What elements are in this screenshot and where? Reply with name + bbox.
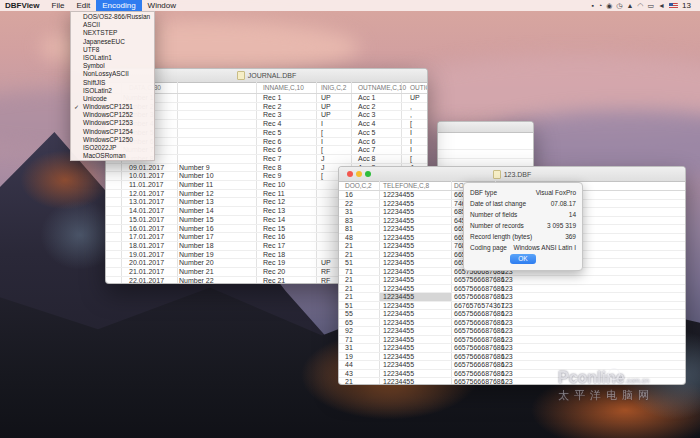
table-cell[interactable]: 123: [501, 378, 513, 385]
info-field: Coding pageWindows ANSI Latin I: [470, 242, 576, 254]
encoding-item-macosroman[interactable]: MacOSRoman: [71, 152, 154, 160]
menu-edit[interactable]: Edit: [70, 0, 96, 11]
document-icon: [493, 170, 501, 179]
column-header[interactable]: TELEFONE,C,8: [383, 181, 429, 190]
column-header[interactable]: INNAME,C,10: [263, 82, 304, 93]
table-cell[interactable]: 21: [345, 378, 353, 385]
menu-bar-status: ▪◔◉◷▲◠▭◄ 13: [591, 0, 700, 11]
encoding-item-isolatin1[interactable]: ISOLatin1: [71, 54, 154, 62]
menu-dbfview[interactable]: DBFView: [0, 0, 46, 11]
row-divider: [438, 158, 533, 159]
column-divider: [451, 181, 452, 384]
encoding-item-ascii[interactable]: ASCII: [71, 21, 154, 29]
checkmark-icon: ✓: [74, 103, 79, 111]
encoding-item-windowscp1252[interactable]: WindowsCP1252: [71, 111, 154, 119]
column-header[interactable]: DOO,C,2: [345, 181, 372, 190]
menu-bar: DBFViewFileEditEncodingWindow ▪◔◉◷▲◠▭◄ 1…: [0, 0, 700, 11]
encoding-item-windowscp1250[interactable]: WindowsCP1250: [71, 136, 154, 144]
encoding-item-shiftjis[interactable]: ShiftJIS: [71, 79, 154, 87]
menu-bar-apps: DBFViewFileEditEncodingWindow: [0, 0, 182, 11]
display-icon[interactable]: ▭: [647, 0, 654, 11]
column-header[interactable]: OUTIO,C: [410, 82, 428, 93]
journal-window-title: JOURNAL.DBF: [248, 72, 297, 79]
menu-file[interactable]: File: [46, 0, 71, 11]
column-divider: [256, 82, 257, 283]
timer-icon[interactable]: ◷: [616, 0, 622, 11]
encoding-item-utf8[interactable]: UTF8: [71, 46, 154, 54]
app-icon[interactable]: ▪: [591, 0, 593, 11]
menubar-clock[interactable]: 13: [682, 1, 700, 10]
table-cell[interactable]: 22.01.2017: [129, 277, 164, 284]
column-divider: [177, 82, 178, 283]
dbf-window-title: 123.DBF: [504, 171, 532, 178]
encoding-item-symbol[interactable]: Symbol: [71, 62, 154, 70]
menu-window[interactable]: Window: [142, 0, 182, 11]
info-field-label: Coding page: [470, 242, 507, 254]
table-cell[interactable]: Number 22: [179, 277, 214, 284]
background-window-titlebar[interactable]: [438, 122, 533, 133]
dbf-window: 123.DBF DOO,C,2TELEFONE,C,8DOC1612234455…: [338, 166, 686, 385]
encoding-item-iso2022jp[interactable]: ISO2022JP: [71, 144, 154, 152]
close-button[interactable]: [347, 171, 353, 177]
wifi-icon[interactable]: ◠: [637, 0, 643, 11]
table-cell[interactable]: 6657566687686: [454, 378, 505, 385]
ok-button[interactable]: OK: [510, 254, 536, 264]
flag-icon[interactable]: [669, 3, 678, 9]
table-cell[interactable]: RF: [321, 277, 330, 284]
menu-encoding[interactable]: Encoding: [96, 0, 141, 11]
encoding-item-nonlossyascii[interactable]: NonLossyASCII: [71, 70, 154, 78]
encoding-item-dos/os2-866/russian[interactable]: DOS/OS2-866/Russian: [71, 13, 154, 21]
sync-icon[interactable]: ◔: [598, 0, 602, 11]
dbf-titlebar[interactable]: 123.DBF: [339, 167, 685, 182]
column-header[interactable]: INIG,C,2: [321, 82, 346, 93]
encoding-item-isolatin2[interactable]: ISOLatin2: [71, 87, 154, 95]
row-divider: [438, 149, 533, 150]
encoding-item-windowscp1253[interactable]: WindowsCP1253: [71, 119, 154, 127]
encoding-item-windowscp1251[interactable]: ✓WindowsCP1251: [71, 103, 154, 111]
document-icon: [237, 71, 245, 80]
encoding-menu: DOS/OS2-866/RussianASCIINEXTSTEPJapanese…: [70, 11, 155, 161]
desktop: JOURNAL.DBF DATA,C,30INNAME,C,10INIG,C,2…: [0, 0, 700, 438]
encoding-item-unicode[interactable]: Unicode: [71, 95, 154, 103]
zoom-button[interactable]: [365, 171, 371, 177]
minimize-button[interactable]: [356, 171, 362, 177]
encoding-item-nextstep[interactable]: NEXTSTEP: [71, 29, 154, 37]
info-field-value: Windows ANSI Latin I: [514, 242, 577, 254]
dbf-info-popover: DBF typeVisual FoxProDate of last change…: [463, 182, 583, 271]
volume-icon[interactable]: ◄: [658, 0, 665, 11]
record-icon[interactable]: ◉: [606, 0, 612, 11]
column-divider: [316, 82, 317, 283]
column-header[interactable]: OUTNAME,C,10: [358, 82, 406, 93]
eject-icon[interactable]: ▲: [626, 0, 633, 11]
column-divider: [379, 181, 380, 384]
encoding-item-windowscp1254[interactable]: WindowsCP1254: [71, 128, 154, 136]
encoding-item-japaneseeuc[interactable]: JapaneseEUC: [71, 38, 154, 46]
table-cell[interactable]: Rec 21: [263, 277, 285, 284]
table-cell[interactable]: 12234455: [383, 378, 414, 385]
